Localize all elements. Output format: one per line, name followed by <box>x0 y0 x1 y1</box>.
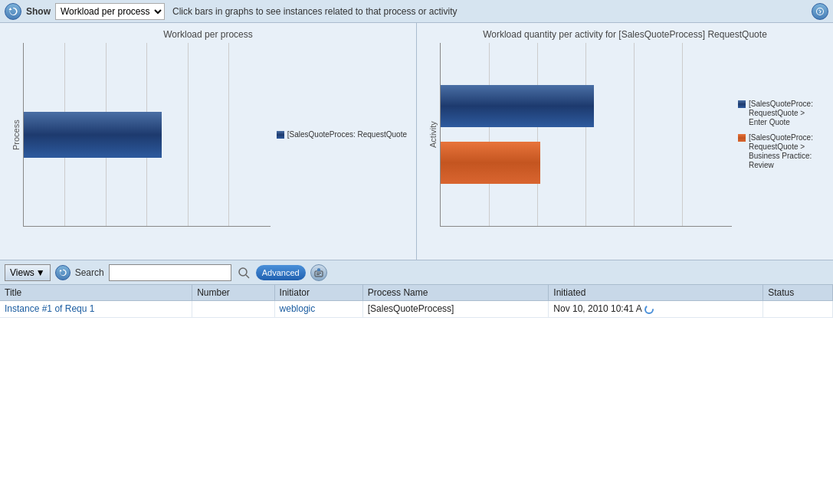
charts-area: Workload per process Process <box>0 23 833 260</box>
cell-initiator[interactable]: weblogic <box>274 301 362 318</box>
right-y-axis-label: Activity <box>426 43 440 227</box>
advanced-button[interactable]: Advanced <box>256 265 306 280</box>
left-bar-wrapper[interactable] <box>24 112 263 158</box>
right-grid-line-3 <box>585 43 586 226</box>
right-bar-wrapper-1[interactable] <box>441 87 724 126</box>
left-legend-text: [SalesQuoteProces: RequestQuote <box>287 130 407 139</box>
left-legend-color <box>277 131 284 139</box>
refresh-icon[interactable] <box>5 3 21 20</box>
status-spinner-icon <box>644 304 654 315</box>
col-header-number: Number <box>192 285 274 301</box>
top-toolbar: Show Workload per process Click bars in … <box>0 0 833 23</box>
svg-line-1 <box>246 275 249 278</box>
advanced-label: Advanced <box>262 268 300 277</box>
search-label: Search <box>75 267 104 278</box>
col-header-title: Title <box>0 285 192 301</box>
svg-rect-2 <box>315 271 323 277</box>
right-grid-line-4 <box>634 43 635 226</box>
right-legend-color-1 <box>738 100 746 108</box>
col-header-process-name: Process Name <box>362 285 549 301</box>
right-bar-1[interactable] <box>441 85 594 127</box>
col-header-initiated: Initiated <box>549 285 763 301</box>
left-y-axis-label: Process <box>9 43 23 227</box>
cell-initiated: Nov 10, 2010 10:41 A <box>549 301 763 318</box>
left-chart-container: Process <box>9 43 407 227</box>
search-toolbar: Views ▼ Search Advanced <box>0 260 833 285</box>
right-legend-item-1: [SalesQuoteProce:RequestQuote >Enter Quo… <box>738 100 824 127</box>
table-header-row: Title Number Initiator Process Name Init… <box>0 285 833 301</box>
right-chart-panel: Workload quantity per activity for [Sale… <box>417 23 833 260</box>
table-refresh-icon[interactable] <box>55 265 71 280</box>
left-chart-legend: [SalesQuoteProces: RequestQuote <box>271 43 407 227</box>
right-chart-container: Activity <box>426 43 824 227</box>
right-legend-item-2: [SalesQuoteProce:RequestQuote >Business … <box>738 133 824 170</box>
views-arrow-icon: ▼ <box>36 267 45 278</box>
cell-process-name: [SalesQuoteProcess] <box>362 301 549 318</box>
show-select[interactable]: Workload per process <box>55 3 165 20</box>
cell-status <box>763 301 833 318</box>
table-section: Views ▼ Search Advanced <box>0 260 833 504</box>
col-header-initiator: Initiator <box>274 285 362 301</box>
views-label: Views <box>10 267 34 278</box>
right-grid-line-2 <box>537 43 538 226</box>
svg-rect-4 <box>316 274 320 275</box>
table-header: Title Number Initiator Process Name Init… <box>0 285 833 301</box>
left-bar-chart-area <box>23 43 271 227</box>
svg-point-0 <box>239 268 247 276</box>
toolbar-info-text: Click bars in graphs to see instances re… <box>172 6 457 17</box>
right-grid-lines <box>441 43 732 226</box>
help-icon[interactable] <box>812 3 828 20</box>
right-chart-legend: [SalesQuoteProce:RequestQuote >Enter Quo… <box>732 43 824 227</box>
cell-number <box>192 301 274 318</box>
right-legend-text-1: [SalesQuoteProce:RequestQuote >Enter Quo… <box>749 100 813 127</box>
search-input[interactable] <box>109 264 231 281</box>
col-header-status: Status <box>763 285 833 301</box>
right-legend-text-2: [SalesQuoteProce:RequestQuote >Business … <box>749 133 813 170</box>
main-content: Workload per process Process <box>0 23 833 504</box>
table-body: Instance #1 of Requ 1 weblogic [SalesQuo… <box>0 301 833 318</box>
search-go-button[interactable] <box>236 265 251 280</box>
svg-rect-3 <box>316 273 321 273</box>
right-legend-color-2 <box>738 134 746 142</box>
instances-table: Title Number Initiator Process Name Init… <box>0 285 833 318</box>
right-grid-line-1 <box>489 43 490 226</box>
cell-title[interactable]: Instance #1 of Requ 1 <box>0 301 192 318</box>
left-legend-item: [SalesQuoteProces: RequestQuote <box>277 130 407 139</box>
right-bar-chart-area <box>440 43 732 227</box>
left-chart-title: Workload per process <box>9 29 407 40</box>
show-label: Show <box>26 6 51 17</box>
right-bar-2[interactable] <box>441 142 540 184</box>
views-button[interactable]: Views ▼ <box>5 264 51 281</box>
left-chart-panel: Workload per process Process <box>0 23 417 260</box>
data-table: Title Number Initiator Process Name Init… <box>0 285 833 504</box>
table-row[interactable]: Instance #1 of Requ 1 weblogic [SalesQuo… <box>0 301 833 318</box>
svg-point-5 <box>645 306 653 313</box>
right-grid-line-5 <box>682 43 683 226</box>
right-bar-wrapper-2[interactable] <box>441 144 724 182</box>
left-bar[interactable] <box>24 112 162 158</box>
export-icon[interactable] <box>310 264 327 281</box>
right-chart-title: Workload quantity per activity for [Sale… <box>426 29 824 40</box>
